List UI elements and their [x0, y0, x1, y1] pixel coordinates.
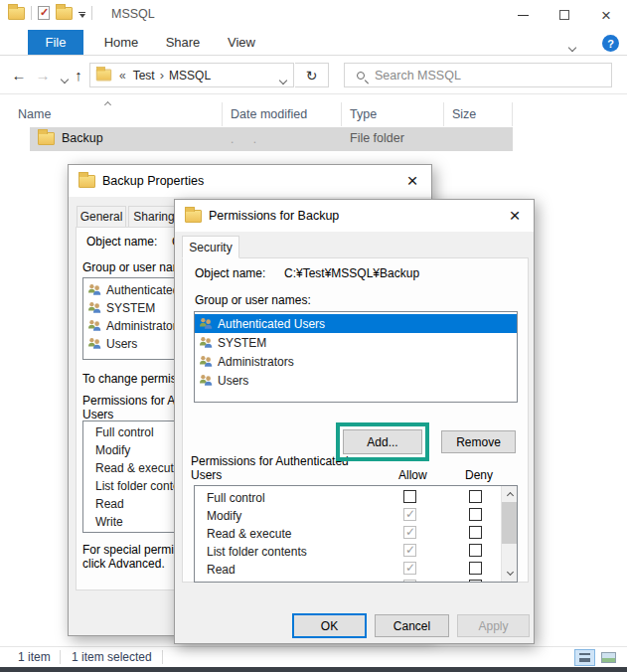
file-date-modified: . . — [231, 132, 264, 146]
breadcrumb-mssql[interactable]: MSSQL — [164, 69, 216, 83]
thumbnails-view-icon — [601, 652, 616, 663]
checkbox-allow[interactable] — [403, 526, 416, 539]
scrollbar[interactable] — [501, 486, 517, 582]
group-name: Users — [218, 374, 248, 388]
address-box[interactable]: « Test › MSSQL — [89, 63, 294, 87]
address-dropdown-chevron[interactable] — [280, 73, 286, 86]
scroll-down-button[interactable] — [502, 566, 518, 582]
permissions-header-line2: Users — [191, 468, 222, 482]
permission-row: Read — [195, 561, 517, 579]
close-button[interactable] — [398, 169, 426, 193]
ribbon-tab-share[interactable]: Share — [157, 30, 209, 55]
folder-icon — [78, 175, 95, 188]
maximize-button[interactable] — [544, 0, 585, 30]
checkbox-deny[interactable] — [469, 580, 482, 583]
tab-general[interactable]: General — [77, 206, 126, 228]
group-users-icon — [198, 335, 214, 350]
quick-access-toolbar — [8, 6, 92, 20]
column-header-date-modified[interactable]: Date modified — [223, 102, 342, 126]
new-folder-icon[interactable] — [56, 7, 73, 20]
checkbox-deny[interactable] — [469, 490, 482, 503]
permissions-dialog: Permissions for Backup Security Object n… — [174, 199, 535, 644]
permission-row: List folder contents — [195, 543, 517, 561]
dialog-title: Permissions for Backup — [209, 209, 339, 223]
checkbox-deny[interactable] — [469, 544, 482, 557]
checkbox-allow[interactable] — [403, 562, 416, 575]
permission-item: Read & execute — [95, 461, 180, 475]
checkbox-deny[interactable] — [469, 526, 482, 539]
tab-sharing[interactable]: Sharing — [128, 206, 180, 228]
permission-row: Modify — [195, 507, 517, 525]
cancel-button[interactable]: Cancel — [375, 614, 449, 637]
group-list-item[interactable]: Administrators — [195, 352, 517, 371]
group-list-item[interactable]: SYSTEM — [195, 333, 517, 352]
search-icon — [357, 72, 365, 80]
status-bar: 1 item 1 item selected — [0, 646, 627, 667]
close-button[interactable]: × — [585, 0, 627, 30]
scroll-up-button[interactable] — [502, 486, 518, 502]
permission-name: Read — [207, 563, 235, 577]
close-button[interactable] — [501, 204, 529, 228]
folder-icon — [38, 132, 55, 145]
ribbon-tab-home[interactable]: Home — [95, 30, 147, 55]
file-type: File folder — [350, 131, 404, 145]
divider — [162, 650, 163, 664]
checkbox-deny[interactable] — [469, 508, 482, 521]
minimize-button[interactable] — [502, 0, 544, 30]
scrollbar-thumb[interactable] — [502, 502, 518, 544]
group-name: Authenticated Users — [218, 317, 325, 331]
expand-ribbon-chevron[interactable] — [569, 40, 575, 54]
breadcrumb-test[interactable]: Test — [128, 69, 160, 83]
column-header-row: Name Date modified Type Size — [0, 102, 627, 126]
thumbnails-view-button[interactable] — [598, 649, 619, 666]
group-name: Users — [106, 337, 137, 351]
group-list-item-selected[interactable]: Authenticated Users — [195, 314, 517, 333]
ribbon-tab-file[interactable]: File — [28, 30, 83, 55]
title-bar: MSSQL × — [0, 0, 627, 30]
column-header-name-label: Name — [18, 107, 51, 121]
group-name: SYSTEM — [218, 336, 266, 350]
ribbon-tab-bar: File Home Share View — [0, 30, 627, 56]
ribbon-tab-view[interactable]: View — [219, 30, 264, 55]
permission-item: Full control — [95, 425, 154, 439]
checkbox-allow[interactable] — [403, 490, 416, 503]
checkbox-deny[interactable] — [469, 562, 482, 575]
help-icon[interactable] — [602, 35, 619, 52]
column-header-size[interactable]: Size — [444, 102, 513, 126]
permission-item: Modify — [95, 443, 130, 457]
group-name: SYSTEM — [106, 301, 155, 315]
group-users-icon — [198, 316, 214, 331]
column-header-name[interactable]: Name — [0, 102, 223, 126]
column-header-type[interactable]: Type — [342, 102, 444, 126]
object-name-label: Object name: — [86, 235, 157, 249]
checkbox-allow[interactable] — [403, 508, 416, 521]
remove-button[interactable]: Remove — [441, 430, 516, 453]
close-icon: × — [601, 7, 611, 24]
details-view-button[interactable] — [574, 649, 595, 666]
search-box[interactable] — [344, 63, 612, 87]
group-list-item[interactable]: Users — [195, 371, 517, 390]
allow-column-label: Allow — [398, 468, 427, 482]
divider — [91, 6, 92, 20]
customize-quick-access-dropdown[interactable] — [78, 9, 85, 18]
apply-button[interactable]: Apply — [457, 614, 530, 637]
forward-button[interactable] — [32, 64, 54, 85]
permissions-header-line2: Users — [82, 408, 113, 421]
breadcrumb-root-separator: « — [119, 69, 126, 83]
permissions-checklist[interactable]: Full control Modify Read & execute List … — [194, 485, 518, 583]
properties-icon[interactable] — [38, 6, 50, 20]
tab-security[interactable]: Security — [182, 236, 239, 258]
item-count: 1 item — [18, 650, 51, 664]
up-button[interactable] — [68, 64, 89, 85]
file-row-backup[interactable]: Backup . . File folder — [30, 127, 513, 151]
checkbox-allow[interactable] — [403, 544, 416, 557]
refresh-button[interactable] — [295, 63, 329, 87]
search-input[interactable] — [375, 69, 593, 83]
permission-row: Read & execute — [195, 525, 517, 543]
group-name: Administrators — [106, 319, 183, 333]
group-list[interactable]: Authenticated Users SYSTEM Administrator… — [194, 311, 518, 403]
checkbox-allow[interactable] — [403, 580, 416, 583]
folder-icon — [96, 70, 111, 82]
ok-button[interactable]: OK — [292, 613, 367, 638]
back-button[interactable] — [8, 64, 30, 85]
